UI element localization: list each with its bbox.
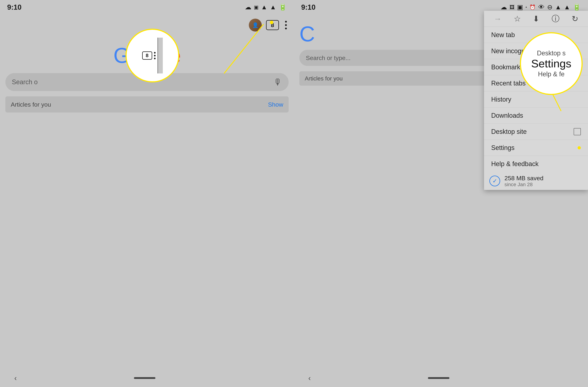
sim-icon: ▣ <box>254 4 258 10</box>
menu-item-history[interactable]: History <box>484 91 588 107</box>
menu-dot-1 <box>285 21 287 22</box>
left-status-icons: ☁ ▣ ▲ ▲ 🔋 <box>245 3 287 11</box>
right-img-icon: 🖼 <box>509 4 514 10</box>
menu-item-desktop-site[interactable]: Desktop site <box>484 124 588 140</box>
phone-edge <box>157 38 163 73</box>
circle-content: 8 <box>142 38 163 73</box>
right-screen: 9:10 ☁ 🖼 ▣ • ⏰ 👁 ⊖ ▲ ▲ 🔋 C <box>294 0 588 387</box>
menu-dot-3 <box>285 28 287 29</box>
right-logo-g: C <box>299 22 315 46</box>
left-phone-panel: 9:10 ☁ ▣ ▲ ▲ 🔋 👤 8 <box>0 0 294 387</box>
forward-icon[interactable]: → <box>494 14 502 23</box>
circle-top-text: Desktop s <box>537 49 566 57</box>
articles-label: Articles for you <box>11 101 51 108</box>
circle-dot-3 <box>154 58 156 59</box>
save-amount: 258 MB saved <box>504 175 543 182</box>
right-nav-bar: ‹ <box>294 369 588 387</box>
cloud-icon: ☁ <box>245 3 251 11</box>
right-cast-icon: 👁 <box>538 3 545 11</box>
right-search-placeholder: Search or type... <box>306 55 351 61</box>
magnification-circle-right: Desktop s Settings Help & fe <box>520 32 583 95</box>
yellow-dot-annotation <box>270 20 273 24</box>
left-time: 9:10 <box>7 3 21 11</box>
left-status-bar: 9:10 ☁ ▣ ▲ ▲ 🔋 <box>0 0 294 14</box>
right-wifi-icon: ▲ <box>555 3 562 11</box>
menu-toolbar: → ☆ ⬇ ⓘ ↻ <box>484 11 588 27</box>
right-dnd-icon: ⊖ <box>547 3 552 11</box>
magnification-circle-left: 8 <box>126 29 179 82</box>
right-time: 9:10 <box>301 3 315 11</box>
mic-icon[interactable]: 🎙 <box>273 77 282 87</box>
bookmark-icon[interactable]: ☆ <box>514 14 521 23</box>
right-dot-icon: • <box>525 5 527 9</box>
menu-dot-2 <box>285 24 287 26</box>
right-signal-icon: ▲ <box>564 3 570 11</box>
show-button[interactable]: Show <box>268 101 283 108</box>
right-home-pill[interactable] <box>428 377 449 379</box>
right-battery-icon: 🔋 <box>573 3 581 11</box>
right-alarm-icon: ⏰ <box>529 4 536 10</box>
right-status-icons: ☁ 🖼 ▣ • ⏰ 👁 ⊖ ▲ ▲ 🔋 <box>501 3 581 11</box>
avatar-image: 👤 <box>249 19 262 32</box>
download-icon[interactable]: ⬇ <box>533 14 539 23</box>
settings-yellow-dot <box>578 146 581 149</box>
menu-item-help[interactable]: Help & feedback <box>484 156 588 172</box>
save-info: ✓ 258 MB saved since Jan 28 <box>484 172 588 190</box>
circle-tab-count: 8 <box>142 51 152 60</box>
signal-icon: ▲ <box>261 3 268 11</box>
menu-button[interactable] <box>283 19 289 31</box>
menu-item-downloads[interactable]: Downloads <box>484 107 588 124</box>
left-nav-bar: ‹ <box>0 369 294 387</box>
right-phone-panel: 9:10 ☁ 🖼 ▣ • ⏰ 👁 ⊖ ▲ ▲ 🔋 C <box>294 0 588 387</box>
left-screen: 9:10 ☁ ▣ ▲ ▲ 🔋 👤 8 <box>0 0 294 387</box>
circle-menu-dots <box>154 52 156 59</box>
save-icon: ✓ <box>489 176 500 186</box>
articles-bar: Articles for you Show <box>5 96 289 113</box>
desktop-site-checkbox[interactable] <box>574 128 581 135</box>
avatar-button[interactable]: 👤 <box>249 19 262 32</box>
save-text-group: 258 MB saved since Jan 28 <box>504 175 543 187</box>
save-since: since Jan 28 <box>504 182 543 187</box>
right-articles-label: Articles for you <box>305 75 343 82</box>
back-button[interactable]: ‹ <box>14 374 17 382</box>
right-google-partial: C <box>299 21 321 46</box>
right-cloud-icon: ☁ <box>501 3 507 11</box>
circle-dot-2 <box>154 55 156 57</box>
wifi-icon: ▲ <box>270 3 276 11</box>
home-pill[interactable] <box>134 377 155 379</box>
circle-dot-1 <box>154 52 156 54</box>
right-sim-icon: ▣ <box>517 3 523 11</box>
battery-icon: 🔋 <box>279 3 287 11</box>
circle-main-text: Settings <box>531 57 571 70</box>
menu-item-settings[interactable]: Settings <box>484 140 588 156</box>
circle-bottom-text: Help & fe <box>538 70 565 78</box>
right-back-button[interactable]: ‹ <box>308 374 311 382</box>
info-icon[interactable]: ⓘ <box>552 13 560 24</box>
refresh-icon[interactable]: ↻ <box>572 14 578 23</box>
